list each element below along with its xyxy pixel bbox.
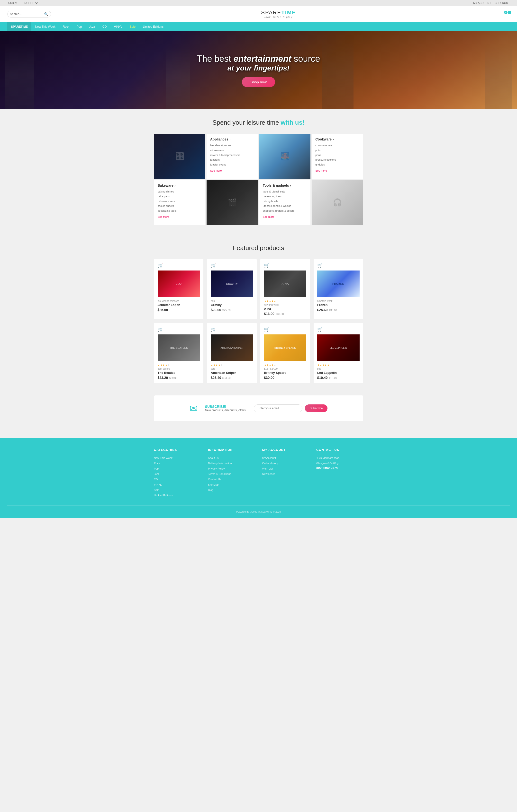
product-name-ledzep: Led Zeppelin: [317, 371, 360, 375]
nav-item-limited[interactable]: Limited Editions: [139, 22, 167, 31]
search-input[interactable]: [10, 12, 44, 16]
cart-add-icon-aha[interactable]: 🛒: [264, 263, 306, 268]
product-stars-beatles: ★★★★★: [158, 364, 200, 367]
product-price-old-aha: $30.00: [276, 313, 284, 316]
footer-cat-pop[interactable]: Pop: [154, 466, 201, 471]
nav-item-jazz[interactable]: Jazz: [85, 22, 99, 31]
bakeware-title[interactable]: Bakeware ›: [158, 183, 202, 187]
product-img-sniper: AMERICAN SNIPER: [211, 335, 253, 361]
footer-info-about[interactable]: About us: [208, 455, 255, 461]
logo[interactable]: SPARETIME look, listen & play: [261, 9, 296, 19]
cart-add-icon-frozen[interactable]: 🛒: [317, 263, 360, 268]
footer-contact-address: 45/B Marmora road,: [316, 455, 363, 461]
footer-info-sitemap[interactable]: Site Map: [208, 482, 255, 487]
product-name-aha: A-ha: [264, 307, 306, 311]
footer-acc-wishlist[interactable]: Wish List: [262, 466, 309, 471]
footer-cat-sale[interactable]: Sale: [154, 487, 201, 493]
product-card-britney[interactable]: 🛒 BRITNEY SPEARS ★★★★★ $15 - $24.99 Brit…: [260, 323, 310, 383]
footer: CATEGORIES New This Week Rock Pop Jazz C…: [0, 438, 517, 518]
main-nav: SPARETIME New This Week Rock Pop Jazz CD…: [0, 22, 517, 31]
language-select[interactable]: ENGLISH: [22, 1, 38, 5]
cookware-see-more[interactable]: See more: [315, 169, 359, 172]
checkout-link[interactable]: CHECKOUT: [495, 1, 510, 4]
currency-select[interactable]: USD EUR: [7, 1, 18, 5]
appliances-see-more[interactable]: See more: [210, 169, 254, 172]
footer-cat-cd[interactable]: CD: [154, 476, 201, 482]
product-img-britney: BRITNEY SPEARS: [264, 335, 306, 361]
bakeware-see-more[interactable]: See more: [158, 215, 202, 218]
cart-add-icon-britney[interactable]: 🛒: [264, 327, 306, 332]
cart-add-icon-ledzep[interactable]: 🛒: [317, 327, 360, 332]
hero-title-text: The best entertainment source: [197, 54, 320, 64]
footer-contact-city: Glasgow G04 89 g.: [316, 461, 363, 466]
appliances-title[interactable]: Appliances ›: [210, 137, 254, 141]
header: 🔍 SPARETIME look, listen & play 0 0: [0, 6, 517, 22]
tools-title[interactable]: Tools & gadgets ›: [263, 183, 307, 187]
product-card-ledzep[interactable]: 🛒 LED ZEPPELIN ★★★★★ pop Led Zeppelin $1…: [314, 323, 363, 383]
leisure-section: Spend your leisure time with us! 🎛️ Appl…: [0, 109, 517, 235]
nav-item-new[interactable]: New This Week: [31, 22, 59, 31]
featured-section: Featured products 🛒 JLO last week's rele…: [0, 235, 517, 393]
hero-title: The best entertainment source: [197, 54, 320, 64]
footer-cat-new[interactable]: New This Week: [154, 455, 201, 461]
product-category-gravity: pop: [211, 300, 253, 302]
footer-cat-rock[interactable]: Rock: [154, 461, 201, 466]
hero-banner: The best entertainment source at your fi…: [0, 31, 517, 109]
product-category-beatles: best sellers: [158, 368, 200, 370]
subscribe-button[interactable]: Subscribe: [305, 404, 327, 412]
nav-item-vinyl[interactable]: VINYL: [110, 22, 126, 31]
subscribe-text: SUBSCRIBE! New products, discounts, offe…: [205, 405, 247, 412]
subscribe-email-icon: ✉: [190, 403, 198, 414]
footer-info-privacy[interactable]: Privacy Policy: [208, 466, 255, 471]
nav-item-pop[interactable]: Pop: [73, 22, 85, 31]
footer-cat-vinyl[interactable]: VINYL: [154, 482, 201, 487]
footer-cat-limited[interactable]: Limited Editions: [154, 493, 201, 498]
wishlist-badge: 0: [504, 11, 508, 14]
footer-contact: CONTACT US 45/B Marmora road, Glasgow G0…: [316, 448, 363, 498]
footer-info-terms[interactable]: Terms & Conditions: [208, 471, 255, 476]
category-bakeware-text: Bakeware › baking dishescake pansbakewar…: [154, 180, 205, 225]
footer-categories-title: CATEGORIES: [154, 448, 201, 452]
product-card-jlo[interactable]: 🛒 JLO last week's releases Jennifer Lope…: [154, 259, 203, 319]
footer-info-delivery[interactable]: Delivery Information: [208, 461, 255, 466]
category-audio-image: 🎛️: [154, 134, 205, 179]
product-card-sniper[interactable]: 🛒 AMERICAN SNIPER ★★★★★ jazz American Sn…: [207, 323, 257, 383]
nav-item-sale[interactable]: Sale: [126, 22, 139, 31]
product-card-beatles[interactable]: 🛒 THE BEATLES ★★★★★ best sellers The Bea…: [154, 323, 203, 383]
footer-acc-myaccount[interactable]: My Account: [262, 455, 309, 461]
cart-add-icon-gravity[interactable]: 🛒: [211, 263, 253, 268]
product-card-frozen[interactable]: 🛒 FROZEN new this week Frozen $25.60$33.…: [314, 259, 363, 319]
subscribe-email-input[interactable]: [254, 404, 302, 412]
footer-myaccount-title: MY ACCOUNT: [262, 448, 309, 452]
product-img-aha: A-HA: [264, 270, 306, 297]
product-price-old-gravity: $25.00: [222, 309, 230, 312]
search-box: 🔍: [7, 11, 51, 18]
cart-add-icon-beatles[interactable]: 🛒: [158, 327, 200, 332]
product-category-ledzep: pop: [317, 368, 360, 370]
footer-categories: CATEGORIES New This Week Rock Pop Jazz C…: [154, 448, 201, 498]
cookware-title[interactable]: Cookware ›: [315, 137, 359, 141]
footer-info-contact[interactable]: Contact Us: [208, 476, 255, 482]
my-account-link[interactable]: MY ACCOUNT: [473, 1, 491, 4]
appliances-list: blenders & juicersmicrowavesmixers & foo…: [210, 143, 254, 167]
header-icons: 0 0: [506, 12, 510, 16]
footer-acc-orders[interactable]: Order History: [262, 461, 309, 466]
shop-now-button[interactable]: Shop now: [242, 77, 275, 87]
nav-item-rock[interactable]: Rock: [59, 22, 73, 31]
nav-item-sparetime[interactable]: SPARETIME: [7, 22, 31, 31]
nav-item-cd[interactable]: CD: [99, 22, 110, 31]
footer-cat-jazz[interactable]: Jazz: [154, 471, 201, 476]
product-card-aha[interactable]: 🛒 A-HA ★★★★★ new this week A-ha $16.00$3…: [260, 259, 310, 319]
product-stars-ledzep: ★★★★★: [317, 364, 360, 367]
cart-add-icon-jlo[interactable]: 🛒: [158, 263, 200, 268]
categories-grid: 🎛️ Appliances › blenders & juicersmicrow…: [154, 134, 363, 225]
footer-acc-newsletter[interactable]: Newsletter: [262, 471, 309, 476]
footer-info-blog[interactable]: Blog: [208, 487, 255, 493]
product-price-frozen: $25.60: [317, 308, 328, 312]
product-price-beatles: $23.20: [158, 376, 168, 380]
product-card-gravity[interactable]: 🛒 GRAVITY pop Gravity $20.00$25.00: [207, 259, 257, 319]
search-icon[interactable]: 🔍: [44, 12, 48, 16]
cart-add-icon-sniper[interactable]: 🛒: [211, 327, 253, 332]
leisure-heading-bold: with us!: [281, 119, 305, 126]
tools-see-more[interactable]: See more: [263, 215, 307, 218]
